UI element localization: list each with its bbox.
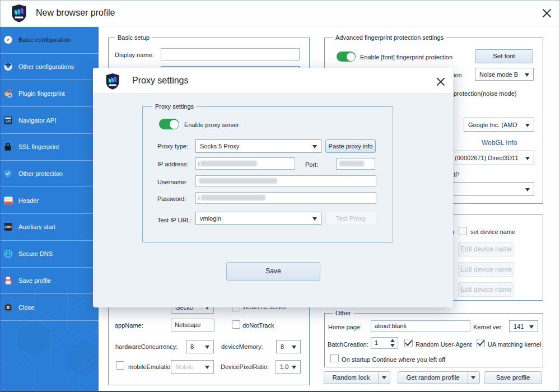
svg-text:API: API: [6, 120, 11, 123]
svg-text:CMD: CMD: [4, 226, 11, 229]
